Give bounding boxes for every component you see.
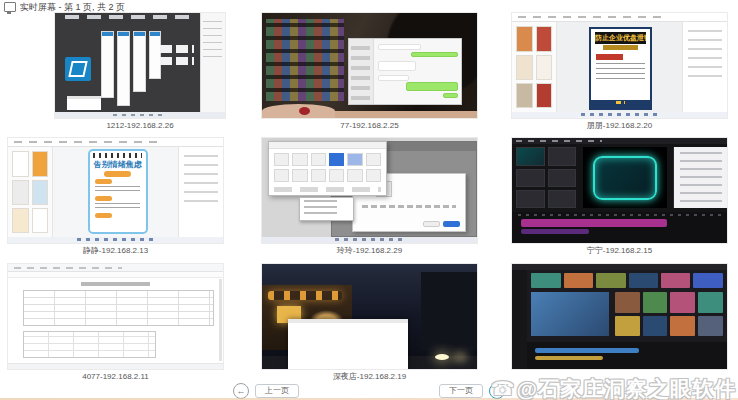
timeline-clip [535, 348, 639, 353]
template-sidebar [8, 147, 53, 236]
arrow-left-icon: ← [237, 387, 246, 396]
editor-menubar [512, 138, 727, 144]
next-arrow-button[interactable]: → [489, 383, 505, 399]
screen-cell: 告别情绪焦虑 静静-192.168.2.13 [8, 138, 223, 256]
editor-topbar [512, 264, 727, 270]
taskbar [8, 237, 223, 243]
screen-cell: 玲玲-192.168.2.29 [262, 138, 477, 256]
screen-cell: 4077-192.168.2.11 [8, 264, 223, 382]
chat-bubble [378, 44, 421, 50]
doc-ribbon [8, 272, 223, 277]
dialog-text [362, 205, 456, 208]
left-nav-rail [512, 270, 527, 369]
section-heading [95, 213, 112, 218]
screen-caption: 静静-192.168.2.13 [8, 246, 223, 256]
desktop-icon-grid [266, 19, 343, 101]
screen-caption: 1212-192.168.2.26 [55, 121, 225, 131]
screen-thumbnail-4077[interactable] [8, 264, 223, 369]
green-chat-bubble [443, 93, 458, 98]
template-sidebar [512, 22, 557, 111]
screen-thumbnail-nightstreet[interactable] [262, 264, 477, 369]
screen-thumbnail-medialib[interactable] [512, 264, 727, 369]
timeline-clip [535, 356, 603, 360]
poster-subtitle-band [603, 45, 638, 50]
arrow-right-icon: → [493, 387, 502, 396]
preview-tile [531, 292, 608, 336]
properties-panel [682, 22, 727, 111]
green-chat-bubble [411, 52, 458, 57]
floating-panel [117, 31, 130, 107]
editor-toolbar [512, 13, 727, 22]
confirm-button-mini [443, 221, 460, 228]
poster-title: 防止企业优盘泄密 [595, 32, 646, 44]
screen-thumbnail-pengpeng[interactable]: 防止企业优盘泄密 [512, 13, 727, 118]
screen-caption: 宁宁-192.168.2.15 [512, 246, 727, 256]
shape-options-grid [274, 153, 381, 182]
screen-caption: 朋朋-192.168.2.20 [512, 121, 727, 131]
section-heading [95, 179, 112, 184]
poster-footer [591, 100, 649, 108]
white-app-window [288, 319, 408, 369]
thumbnail-row [531, 273, 722, 288]
table-block [23, 290, 214, 326]
screen-caption: 深夜店-192.168.2.19 [262, 372, 477, 382]
small-window [67, 96, 101, 110]
section-heading [95, 196, 112, 201]
media-bin [516, 147, 576, 208]
poster-subtitle-pill [104, 171, 131, 177]
shape-chooser-dialog [268, 141, 386, 196]
poster-body-text [596, 63, 645, 80]
floating-panel [133, 31, 146, 92]
next-page-button[interactable]: 下一页 [439, 384, 483, 398]
poster-red-heading [596, 54, 623, 60]
floating-panel [149, 31, 162, 79]
screen-cell: 防止企业优盘泄密 朋朋-192.168.2.20 [512, 13, 727, 131]
screen-caption: 玲玲-192.168.2.29 [262, 246, 477, 256]
table-block [23, 331, 156, 358]
monitor-icon [4, 2, 16, 12]
chat-bubble [378, 61, 416, 71]
doc-heading [81, 282, 150, 286]
spiral-binding [93, 153, 142, 158]
doc-toolbar [8, 264, 223, 272]
editor-toolbar [8, 138, 223, 147]
title-bar: 实时屏幕 - 第 1 页, 共 2 页 [4, 1, 125, 13]
pager-spacer [305, 391, 433, 392]
screen-thumbnail-1212[interactable] [55, 13, 225, 118]
taskbar [262, 237, 477, 243]
pagination: ← 上一页 下一页 → [0, 383, 738, 399]
taskbar [512, 112, 727, 118]
prev-arrow-button[interactable]: ← [233, 383, 249, 399]
scrollbar [219, 279, 222, 361]
timeline-clip [521, 219, 667, 227]
contact-list [349, 39, 374, 104]
status-bar [8, 363, 223, 369]
note-poster-canvas: 告别情绪焦虑 [88, 149, 148, 234]
window-title: 实时屏幕 - 第 1 页, 共 2 页 [20, 1, 125, 14]
dropdown-list [299, 197, 355, 221]
screen-cell [512, 264, 727, 382]
usb-poster-canvas: 防止企业优盘泄密 [589, 27, 651, 110]
green-chat-bubble [406, 82, 457, 90]
screen-cell: 宁宁-192.168.2.15 [512, 138, 727, 256]
app-logo [65, 57, 91, 81]
poster-title: 告别情绪焦虑 [90, 160, 146, 169]
screen-caption: 4077-192.168.2.11 [8, 372, 223, 382]
neon-frame [593, 156, 657, 200]
dialog-footer-buttons [274, 187, 381, 191]
lantern-row [268, 291, 341, 299]
screen-thumbnail-lingling[interactable] [262, 138, 477, 243]
right-panel [200, 13, 226, 112]
timeline [512, 212, 727, 244]
screen-cell: 1212-192.168.2.26 [55, 13, 225, 131]
thumbnail-grid [615, 292, 723, 336]
screen-thumbnail-ningning[interactable] [512, 138, 727, 243]
floating-panel [101, 31, 114, 98]
wechat-window [348, 38, 462, 105]
properties-panel [178, 147, 223, 236]
car-headlight [435, 354, 449, 360]
screen-thumbnail-jingjing[interactable]: 告别情绪焦虑 [8, 138, 223, 243]
screen-thumbnail-77[interactable] [262, 13, 477, 118]
prev-page-button[interactable]: 上一页 [255, 384, 299, 398]
taskbar [55, 112, 225, 118]
